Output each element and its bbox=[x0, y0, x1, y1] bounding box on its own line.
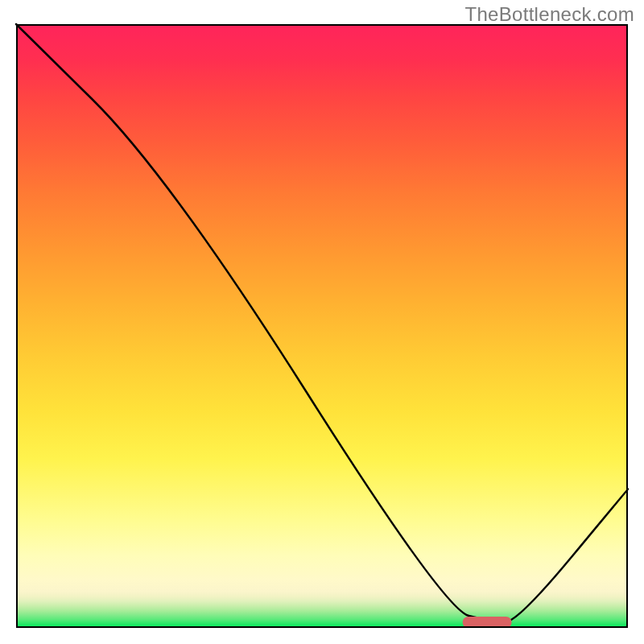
chart-container: TheBottleneck.com bbox=[0, 0, 644, 644]
watermark-text: TheBottleneck.com bbox=[464, 3, 634, 26]
plot-area bbox=[16, 24, 628, 628]
bottleneck-curve bbox=[16, 24, 628, 622]
line-layer bbox=[16, 24, 628, 628]
optimal-marker bbox=[463, 617, 512, 628]
